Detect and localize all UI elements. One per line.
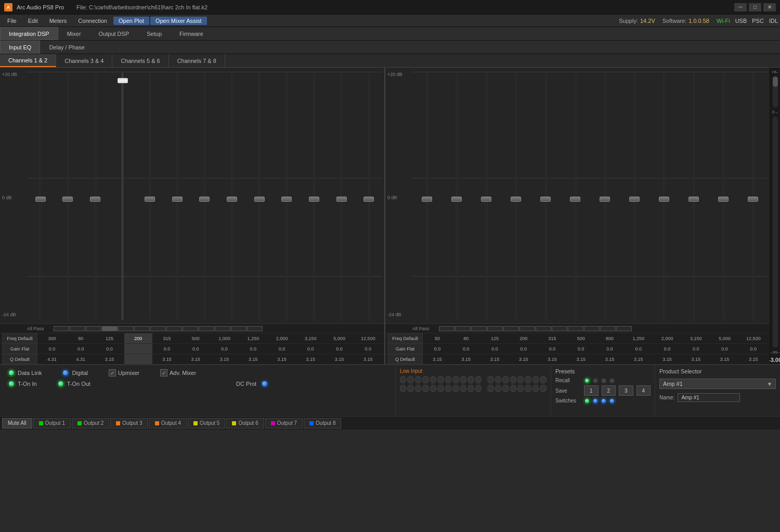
menu-edit[interactable]: Edit	[23, 17, 43, 25]
fader-track-l7[interactable]	[204, 73, 205, 320]
fader-track-r6[interactable]	[575, 73, 576, 320]
fader-thumb-r6[interactable]	[570, 197, 580, 202]
close-button[interactable]: ✕	[763, 3, 776, 11]
allpass-cb-l11[interactable]	[215, 326, 230, 331]
tab-channels-3-4[interactable]: Channels 3 & 4	[56, 54, 112, 67]
fader-track-l9[interactable]	[258, 73, 260, 320]
q-default-btn-right[interactable]: Q Default	[387, 354, 423, 364]
tab-integration-dsp[interactable]: Integration DSP	[0, 27, 58, 40]
fader-thumb-r7[interactable]	[600, 197, 610, 202]
allpass-cb-r10[interactable]	[584, 326, 600, 331]
fader-track-r2[interactable]	[456, 73, 458, 320]
output-tab-2[interactable]: Output 2	[72, 418, 109, 429]
allpass-cb-r7[interactable]	[536, 326, 551, 331]
fader-thumb-r5[interactable]	[540, 197, 551, 202]
tab-output-dsp[interactable]: Output DSP	[90, 27, 138, 40]
mute-all-button[interactable]: Mute All	[2, 418, 32, 429]
gain-flat-btn-right[interactable]: Gain Flat	[387, 344, 423, 354]
q-default-btn-left[interactable]: Q Default	[2, 354, 37, 364]
fader-track-r12[interactable]	[752, 73, 754, 320]
fader-track-r10[interactable]	[693, 73, 695, 320]
freq-default-btn-right[interactable]: Freq Default	[387, 333, 423, 343]
allpass-cb-l13[interactable]	[247, 326, 263, 331]
fader-track-l8[interactable]	[231, 73, 233, 320]
preset-btn-1[interactable]: 1	[584, 385, 599, 396]
fader-track-l12[interactable]	[341, 73, 342, 320]
allpass-cb-l7[interactable]	[150, 326, 166, 331]
output-tab-3[interactable]: Output 3	[110, 418, 148, 429]
fader-thumb-r10[interactable]	[688, 197, 699, 202]
fader-track-l1[interactable]	[40, 73, 41, 320]
allpass-cb-r5[interactable]	[503, 326, 519, 331]
tab-setup[interactable]: Setup	[138, 27, 171, 40]
menu-open-plot[interactable]: Open Plot	[113, 17, 149, 25]
allpass-cb-l8[interactable]	[166, 326, 182, 331]
fader-track-r7[interactable]	[604, 73, 606, 320]
fader-track-r3[interactable]	[486, 73, 487, 320]
fader-thumb-l9[interactable]	[254, 197, 265, 202]
allpass-cb-r12[interactable]	[616, 326, 632, 331]
fader-thumb-r11[interactable]	[718, 197, 729, 202]
fader-track-l3[interactable]	[95, 73, 96, 320]
fader-track-l6[interactable]	[176, 73, 178, 320]
fader-track-r4[interactable]	[515, 73, 517, 320]
output-tab-6[interactable]: Output 6	[226, 418, 264, 429]
tab-delay-phase[interactable]: Delay / Phase	[40, 41, 93, 54]
allpass-cb-l10[interactable]	[199, 326, 214, 331]
output-tab-1[interactable]: Output 1	[33, 418, 71, 429]
output-tab-7[interactable]: Output 7	[265, 418, 303, 429]
fader-thumb-l1[interactable]	[35, 197, 46, 202]
allpass-cb-r4[interactable]	[487, 326, 503, 331]
preset-btn-4[interactable]: 4	[636, 385, 651, 396]
allpass-cb-r1[interactable]	[439, 326, 454, 331]
preset-btn-3[interactable]: 3	[619, 385, 633, 396]
fader-thumb-l13[interactable]	[363, 197, 374, 202]
menu-open-mixer-assist[interactable]: Open Mixer Assist	[150, 17, 207, 25]
tab-input-eq[interactable]: Input EQ	[0, 41, 40, 54]
fader-thumb-l4-white[interactable]	[118, 78, 128, 83]
fader-thumb-l5[interactable]	[145, 197, 155, 202]
fader-track-l13[interactable]	[368, 73, 370, 320]
allpass-cb-l12[interactable]	[231, 326, 246, 331]
fader-track-r9[interactable]	[664, 73, 665, 320]
allpass-cb-r3[interactable]	[471, 326, 487, 331]
tab-channels-5-6[interactable]: Channels 5 & 6	[112, 54, 168, 67]
fader-track-r1[interactable]	[426, 73, 428, 320]
maximize-button[interactable]: □	[749, 3, 761, 11]
fader-thumb-r8[interactable]	[629, 197, 640, 202]
allpass-cb-r6[interactable]	[519, 326, 535, 331]
freq-default-btn-left[interactable]: Freq Default	[2, 333, 37, 343]
allpass-cb-l9[interactable]	[183, 326, 198, 331]
gain-flat-btn-left[interactable]: Gain Flat	[2, 344, 37, 354]
allpass-cb-l1[interactable]	[54, 326, 69, 331]
upmixer-checkbox[interactable]: ✓	[109, 369, 116, 377]
allpass-cb-r8[interactable]	[552, 326, 567, 331]
allpass-cb-r9[interactable]	[568, 326, 583, 331]
fader-track-l2[interactable]	[67, 73, 69, 320]
preset-btn-2[interactable]: 2	[602, 385, 616, 396]
fader-track-l5[interactable]	[149, 73, 151, 320]
output-tab-4[interactable]: Output 4	[149, 418, 187, 429]
fader-thumb-r12[interactable]	[748, 197, 758, 202]
scroll-thumb-top[interactable]	[773, 76, 778, 87]
menu-file[interactable]: File	[2, 17, 22, 25]
output-tab-5[interactable]: Output 5	[188, 418, 225, 429]
fader-track-r8[interactable]	[634, 73, 635, 320]
tab-firmware[interactable]: Firmware	[171, 27, 212, 40]
allpass-cb-l3[interactable]	[86, 326, 101, 331]
fader-thumb-l8[interactable]	[227, 197, 237, 202]
output-tab-8[interactable]: Output 8	[304, 418, 341, 429]
product-name-input[interactable]	[678, 393, 740, 402]
fader-thumb-r3[interactable]	[481, 197, 491, 202]
fader-thumb-l3[interactable]	[90, 197, 100, 202]
fader-track-l10[interactable]	[286, 73, 288, 320]
tab-mixer[interactable]: Mixer	[58, 27, 90, 40]
fader-track-r11[interactable]	[723, 73, 724, 320]
menu-meters[interactable]: Meters	[44, 17, 72, 25]
minimize-button[interactable]: ─	[734, 3, 747, 11]
tab-channels-1-2[interactable]: Channels 1 & 2	[0, 54, 56, 67]
fader-thumb-l11[interactable]	[309, 197, 319, 202]
fader-thumb-l12[interactable]	[336, 197, 347, 202]
fader-track-l11[interactable]	[313, 73, 315, 320]
fader-thumb-r1[interactable]	[422, 197, 432, 202]
